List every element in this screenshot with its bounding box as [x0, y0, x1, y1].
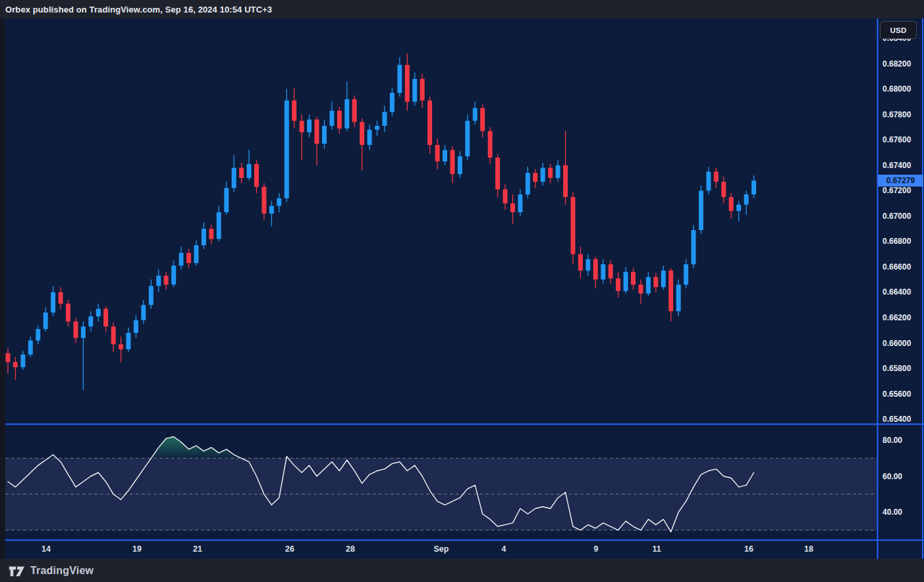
price-axis[interactable] [877, 18, 924, 540]
currency-badge: USD [880, 21, 917, 39]
footer-bar: TradingView [0, 559, 924, 582]
publish-title: Orbex published on TradingView.com, Sep … [0, 5, 272, 15]
tradingview-logo-icon[interactable] [8, 564, 25, 578]
time-axis[interactable] [5, 540, 877, 559]
current-price-label: 0.67279 [878, 175, 923, 187]
rsi-pane[interactable] [5, 425, 877, 540]
tradingview-wordmark[interactable]: TradingView [30, 565, 94, 577]
main-price-pane[interactable] [5, 18, 877, 424]
chart-area: 0.684000.682000.680000.678000.676000.674… [0, 18, 924, 559]
publish-header: Orbex published on TradingView.com, Sep … [0, 0, 924, 18]
